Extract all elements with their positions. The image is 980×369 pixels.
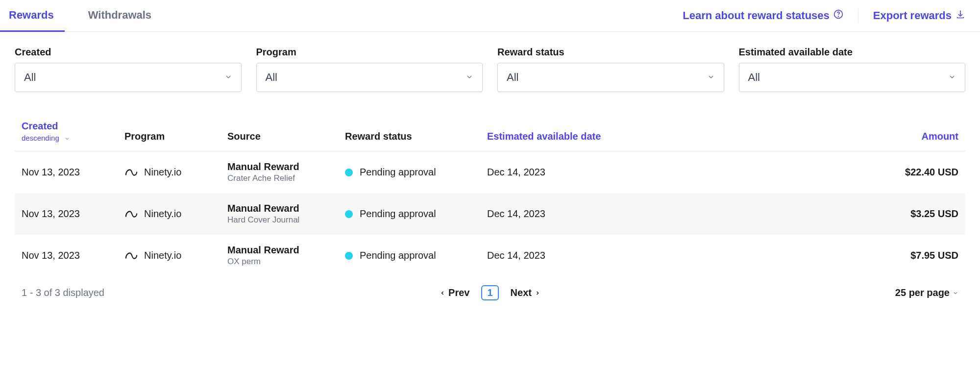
cell-date: Dec 14, 2023 [487, 250, 856, 261]
top-links: Learn about reward statuses Export rewar… [683, 8, 965, 23]
chevron-down-icon [466, 71, 473, 84]
filter-created: Created All [15, 47, 242, 92]
status-text: Pending approval [360, 250, 436, 261]
download-icon [956, 9, 965, 22]
table-header: Created descending Program Source Reward… [15, 112, 965, 151]
chevron-down-icon [64, 136, 70, 142]
tabs: Rewards Withdrawals [9, 0, 151, 31]
filter-date-value: All [748, 71, 760, 84]
export-rewards-link[interactable]: Export rewards [873, 9, 965, 22]
source-secondary: OX perm [227, 257, 345, 267]
source-primary: Manual Reward [227, 203, 345, 214]
cell-date: Dec 14, 2023 [487, 167, 856, 178]
pagination-controls: Prev 1 Next [440, 285, 540, 300]
filter-created-select[interactable]: All [15, 63, 242, 92]
col-header-date[interactable]: Estimated available date [487, 131, 856, 142]
filter-status-select[interactable]: All [497, 63, 724, 92]
filter-program: Program All [256, 47, 483, 92]
filter-created-label: Created [15, 47, 242, 58]
prev-button[interactable]: Prev [440, 287, 469, 298]
status-dot-icon [345, 169, 353, 176]
pagination-bar: 1 - 3 of 3 displayed Prev 1 Next 25 per … [0, 276, 980, 313]
col-header-amount[interactable]: Amount [856, 131, 958, 142]
filter-status: Reward status All [497, 47, 724, 92]
source-primary: Manual Reward [227, 161, 345, 172]
per-page-label: 25 per page [895, 287, 950, 298]
cell-created: Nov 13, 2023 [22, 250, 124, 261]
table-row[interactable]: Nov 13, 2023Ninety.ioManual RewardCrater… [15, 151, 965, 193]
filter-status-value: All [507, 71, 518, 84]
help-circle-icon [833, 9, 843, 22]
chevron-down-icon [948, 71, 956, 84]
program-logo-icon [124, 208, 138, 220]
filter-program-value: All [266, 71, 277, 84]
status-dot-icon [345, 210, 353, 218]
pagination-info: 1 - 3 of 3 displayed [22, 287, 104, 298]
cell-status: Pending approval [345, 167, 487, 178]
rewards-table: Created descending Program Source Reward… [15, 112, 965, 276]
cell-created: Nov 13, 2023 [22, 208, 124, 220]
filter-date-label: Estimated available date [739, 47, 966, 58]
learn-statuses-link[interactable]: Learn about reward statuses [683, 9, 843, 22]
cell-source: Manual RewardCrater Ache Relief [227, 161, 345, 183]
cell-status: Pending approval [345, 208, 487, 220]
per-page-select[interactable]: 25 per page [895, 287, 958, 298]
learn-statuses-label: Learn about reward statuses [683, 9, 830, 22]
col-header-source[interactable]: Source [227, 131, 345, 142]
chevron-left-icon [440, 287, 445, 298]
status-text: Pending approval [360, 208, 436, 220]
tab-withdrawals[interactable]: Withdrawals [88, 0, 151, 31]
filter-status-label: Reward status [497, 47, 724, 58]
source-primary: Manual Reward [227, 245, 345, 256]
svg-point-1 [838, 16, 838, 17]
program-logo-icon [124, 250, 138, 262]
filter-program-select[interactable]: All [256, 63, 483, 92]
chevron-down-icon [707, 71, 715, 84]
col-header-created-sort: descending [22, 134, 124, 142]
cell-amount: $7.95 USD [856, 250, 958, 261]
cell-program: Ninety.io [124, 250, 227, 262]
cell-program: Ninety.io [124, 208, 227, 220]
cell-program: Ninety.io [124, 167, 227, 178]
cell-created: Nov 13, 2023 [22, 167, 124, 178]
col-header-status[interactable]: Reward status [345, 131, 487, 142]
col-header-created[interactable]: Created descending [22, 121, 124, 142]
source-secondary: Hard Cover Journal [227, 215, 345, 225]
program-name: Ninety.io [144, 250, 181, 261]
next-button[interactable]: Next [511, 287, 540, 298]
table-row[interactable]: Nov 13, 2023Ninety.ioManual RewardOX per… [15, 235, 965, 276]
source-secondary: Crater Ache Relief [227, 173, 345, 183]
filters-row: Created All Program All Reward status Al… [0, 32, 980, 92]
program-name: Ninety.io [144, 167, 181, 178]
program-name: Ninety.io [144, 208, 181, 220]
filter-program-label: Program [256, 47, 483, 58]
filter-date-select[interactable]: All [739, 63, 966, 92]
table-row[interactable]: Nov 13, 2023Ninety.ioManual RewardHard C… [15, 193, 965, 235]
prev-label: Prev [448, 287, 469, 298]
status-text: Pending approval [360, 167, 436, 178]
current-page[interactable]: 1 [481, 285, 498, 300]
cell-amount: $22.40 USD [856, 167, 958, 178]
divider [858, 8, 858, 23]
program-logo-icon [124, 167, 138, 178]
top-bar: Rewards Withdrawals Learn about reward s… [0, 0, 980, 32]
next-label: Next [511, 287, 532, 298]
chevron-right-icon [535, 287, 540, 298]
chevron-down-icon [224, 71, 232, 84]
cell-status: Pending approval [345, 250, 487, 261]
col-header-created-label: Created [22, 121, 58, 131]
tab-rewards[interactable]: Rewards [9, 0, 54, 31]
cell-date: Dec 14, 2023 [487, 208, 856, 220]
chevron-down-icon [953, 287, 958, 298]
cell-source: Manual RewardOX perm [227, 245, 345, 267]
cell-amount: $3.25 USD [856, 208, 958, 220]
filter-created-value: All [24, 71, 36, 84]
cell-source: Manual RewardHard Cover Journal [227, 203, 345, 225]
status-dot-icon [345, 252, 353, 260]
export-rewards-label: Export rewards [873, 9, 952, 22]
filter-date: Estimated available date All [739, 47, 966, 92]
col-header-program[interactable]: Program [124, 131, 227, 142]
